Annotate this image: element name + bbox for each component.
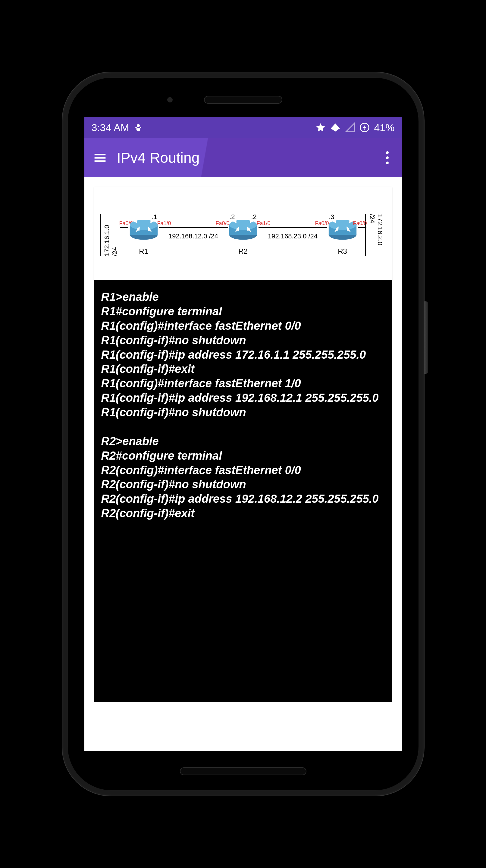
app-title: IPv4 Routing — [117, 150, 380, 166]
router-icon — [326, 215, 359, 242]
hamburger-icon — [93, 151, 107, 164]
battery-saver-icon — [359, 122, 370, 133]
octet-label: .2 — [251, 213, 257, 221]
battery-percent: 41% — [374, 122, 394, 133]
network-diagram: 172.16.1.0 /24 Fa0/0 R1 .1 Fa1/0 .2 — [94, 187, 392, 280]
iface-label: Fa0/0 — [353, 220, 367, 227]
iface-label: Fa1/0 — [257, 220, 270, 227]
terminal-output[interactable]: R1>enable R1#configure terminal R1(confi… — [94, 280, 392, 702]
iface-label: Fa1/0 — [157, 220, 171, 227]
svg-point-0 — [137, 124, 140, 127]
router-label: R1 — [139, 247, 148, 255]
power-button — [424, 301, 428, 374]
content-area[interactable]: 172.16.1.0 /24 Fa0/0 R1 .1 Fa1/0 .2 — [84, 177, 402, 712]
subnet-label: 192.168.12.0 /24 — [168, 232, 218, 240]
status-time: 3:34 AM — [92, 122, 129, 133]
svg-rect-2 — [140, 127, 141, 128]
right-network-label: 172.16.2.0 /24 — [365, 214, 386, 256]
link-edge-right: Fa0/0 — [358, 227, 366, 228]
svg-rect-4 — [94, 154, 105, 155]
router-label: R3 — [338, 247, 347, 255]
status-bar: 3:34 AM 41% — [84, 117, 402, 138]
overflow-menu-button[interactable] — [380, 150, 395, 165]
phone-frame: 3:34 AM 41% IPv4 Routing — [62, 72, 424, 796]
notification-icon — [134, 123, 143, 132]
front-camera — [167, 97, 173, 102]
wifi-icon — [330, 122, 341, 133]
phone-inner: 3:34 AM 41% IPv4 Routing — [68, 78, 419, 790]
menu-button[interactable] — [92, 149, 108, 166]
link-r2-r3: .2 Fa1/0 .3 Fa0/0 192.168.23.0 /24 — [259, 227, 327, 228]
svg-rect-5 — [94, 157, 105, 158]
speaker-bottom — [180, 767, 306, 775]
app-bar: IPv4 Routing — [84, 138, 402, 177]
link-r1-r2: .1 Fa1/0 .2 Fa0/0 192.168.12.0 /24 — [159, 227, 228, 228]
router-label: R2 — [238, 247, 248, 255]
left-network-label: 172.16.1.0 /24 — [100, 214, 121, 256]
svg-rect-1 — [135, 127, 137, 128]
star-icon — [316, 122, 326, 133]
octet-label: .1 — [152, 213, 157, 221]
signal-icon — [345, 122, 355, 133]
subnet-label: 192.168.23.0 /24 — [268, 232, 318, 240]
speaker-top — [204, 96, 282, 104]
svg-rect-6 — [94, 160, 105, 162]
screen: 3:34 AM 41% IPv4 Routing — [84, 117, 402, 751]
